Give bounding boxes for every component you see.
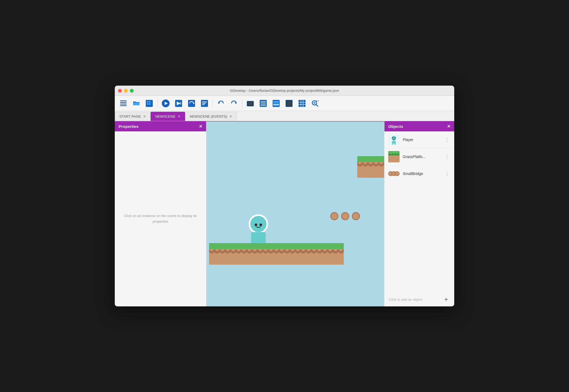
ground-zigzag bbox=[209, 249, 344, 253]
open-file-button[interactable] bbox=[130, 97, 142, 109]
ground-grass bbox=[209, 243, 344, 249]
right-platform-grass bbox=[357, 156, 384, 162]
rotate-button[interactable] bbox=[186, 97, 197, 109]
properties-panel: Properties ✕ Click on an instance on the… bbox=[115, 121, 206, 306]
svg-point-48 bbox=[394, 137, 395, 138]
add-object-button[interactable]: + bbox=[442, 296, 450, 303]
main-content: Properties ✕ Click on an instance on the… bbox=[115, 121, 454, 306]
svg-rect-30 bbox=[273, 100, 280, 107]
close-button[interactable] bbox=[118, 89, 122, 93]
svg-rect-35 bbox=[287, 101, 292, 106]
redo-button[interactable] bbox=[228, 97, 240, 109]
tab-start-page[interactable]: START PAGE ✕ bbox=[115, 112, 151, 121]
capture-button[interactable] bbox=[244, 97, 256, 109]
minimize-button[interactable] bbox=[124, 89, 128, 93]
add-object-row: Click to add an object + bbox=[384, 292, 454, 306]
svg-point-47 bbox=[392, 137, 393, 138]
objects-close-button[interactable]: ✕ bbox=[447, 124, 450, 129]
layers-button[interactable] bbox=[270, 97, 282, 109]
publish-icon bbox=[145, 99, 153, 107]
svg-rect-7 bbox=[147, 103, 148, 105]
add-object-label: Click to add an object bbox=[389, 298, 422, 302]
project-manager-icon bbox=[119, 99, 127, 107]
app-window: GDevelop - /Users/florian/GDevelop proje… bbox=[115, 86, 454, 306]
svg-rect-19 bbox=[202, 104, 205, 105]
small-bridge-svg-icon bbox=[388, 170, 400, 178]
player-smile bbox=[255, 225, 261, 228]
grass-platform-menu-button[interactable]: ⋮ bbox=[443, 153, 450, 161]
tabs-bar: START PAGE ✕ NEWSCENE ✕ NEWSCENE (EVENTS… bbox=[115, 111, 454, 121]
object-item-small-bridge[interactable]: SmallBridge ⋮ bbox=[384, 165, 454, 182]
svg-rect-0 bbox=[120, 100, 127, 101]
svg-rect-18 bbox=[202, 103, 206, 104]
svg-point-60 bbox=[395, 172, 399, 176]
objects-panel: Objects ✕ bbox=[384, 121, 454, 306]
instances-icon bbox=[259, 99, 267, 107]
svg-text:1:1: 1:1 bbox=[316, 100, 319, 102]
rotate-icon bbox=[188, 99, 196, 107]
objects-title: Objects bbox=[388, 124, 403, 129]
play-button[interactable] bbox=[160, 97, 172, 109]
ground-platform bbox=[209, 243, 344, 265]
grid-icon bbox=[298, 99, 306, 107]
svg-rect-27 bbox=[261, 103, 266, 103]
separator-3 bbox=[242, 99, 242, 108]
player-menu-button[interactable]: ⋮ bbox=[443, 136, 450, 144]
scene-icon bbox=[285, 99, 293, 107]
coin-2 bbox=[341, 212, 349, 220]
events-button[interactable] bbox=[199, 97, 210, 109]
grass-platform-name: GrassPlatfo... bbox=[403, 155, 440, 159]
svg-rect-24 bbox=[248, 102, 253, 105]
player-body bbox=[251, 232, 266, 244]
publish-button[interactable] bbox=[143, 97, 155, 109]
project-manager-button[interactable] bbox=[117, 97, 129, 109]
undo-button[interactable] bbox=[215, 97, 227, 109]
svg-rect-8 bbox=[149, 103, 151, 105]
tab-newscene-label: NEWSCENE bbox=[155, 114, 175, 118]
properties-content: Click on an instance on the scene to dis… bbox=[115, 131, 206, 306]
separator-2 bbox=[213, 99, 213, 108]
preview-button[interactable] bbox=[173, 97, 185, 109]
svg-line-42 bbox=[316, 104, 318, 106]
scene-button[interactable] bbox=[283, 97, 295, 109]
tab-newscene-events[interactable]: NEWSCENE (EVENTS) ✕ bbox=[185, 112, 237, 121]
tab-start-page-label: START PAGE bbox=[119, 114, 141, 118]
player-character[interactable] bbox=[246, 214, 270, 244]
events-icon bbox=[200, 99, 209, 107]
svg-rect-31 bbox=[273, 101, 279, 103]
instances-button[interactable] bbox=[257, 97, 269, 109]
objects-header: Objects ✕ bbox=[384, 121, 454, 131]
zoom-button[interactable]: 1:1 bbox=[309, 97, 321, 109]
tab-start-page-close[interactable]: ✕ bbox=[143, 114, 146, 118]
object-item-player[interactable]: Player ⋮ bbox=[384, 131, 454, 148]
right-platform-dirt bbox=[357, 162, 384, 178]
svg-rect-32 bbox=[273, 104, 279, 106]
coin-3 bbox=[352, 212, 360, 220]
objects-list: Player ⋮ GrassP bbox=[384, 131, 454, 292]
svg-rect-3 bbox=[120, 105, 127, 106]
window-controls bbox=[118, 89, 134, 93]
svg-rect-50 bbox=[392, 143, 393, 145]
svg-rect-26 bbox=[261, 101, 266, 102]
player-name: Player bbox=[403, 138, 440, 142]
tab-newscene[interactable]: NEWSCENE ✕ bbox=[151, 112, 185, 121]
maximize-button[interactable] bbox=[130, 89, 134, 93]
grass-platform-icon bbox=[388, 151, 400, 162]
scene-canvas[interactable] bbox=[206, 121, 384, 306]
small-bridge-menu-button[interactable]: ⋮ bbox=[443, 170, 450, 178]
object-item-grass-platform[interactable]: GrassPlatfo... ⋮ bbox=[384, 148, 454, 165]
capture-icon bbox=[246, 99, 254, 107]
layers-icon bbox=[272, 99, 280, 107]
player-icon bbox=[388, 134, 400, 145]
right-platform bbox=[357, 156, 384, 178]
preview-icon bbox=[175, 99, 183, 107]
grid-button[interactable] bbox=[296, 97, 308, 109]
undo-icon bbox=[217, 99, 225, 107]
svg-rect-17 bbox=[202, 102, 207, 102]
svg-rect-2 bbox=[120, 104, 127, 104]
properties-close-button[interactable]: ✕ bbox=[199, 124, 202, 129]
properties-header: Properties ✕ bbox=[115, 121, 206, 131]
zoom-icon: 1:1 bbox=[311, 99, 319, 107]
tab-newscene-close[interactable]: ✕ bbox=[178, 114, 181, 118]
tab-newscene-events-close[interactable]: ✕ bbox=[229, 114, 232, 118]
